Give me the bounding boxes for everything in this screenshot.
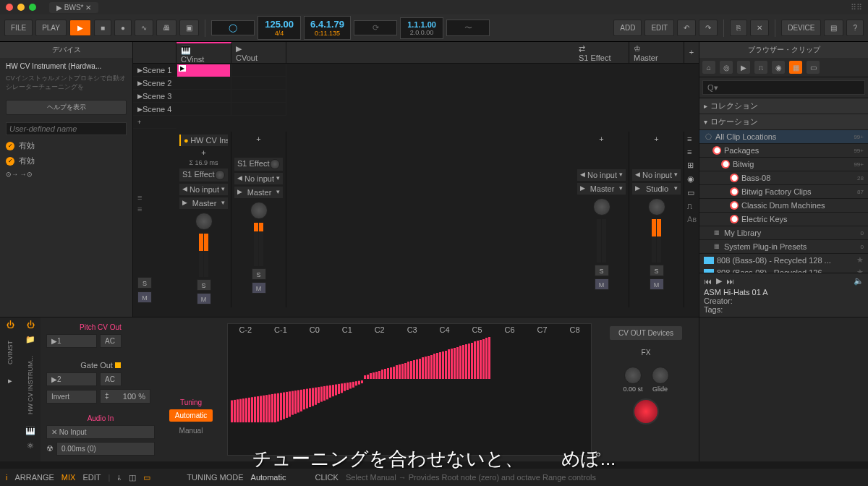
device-name[interactable]: HW CV Instrument (Hardwa... xyxy=(0,58,132,74)
output-row[interactable]: ▶ Master ▾ xyxy=(577,183,626,195)
punch-display[interactable]: ⟳ xyxy=(354,20,397,35)
cv-out-header[interactable]: CV OUT Devices xyxy=(610,326,682,340)
glide-knob[interactable] xyxy=(652,367,669,384)
browser-tab-home[interactable]: ⌂ xyxy=(702,61,715,74)
input-row[interactable]: ◀ No input ▾ xyxy=(179,184,228,195)
add-device-button[interactable]: + xyxy=(577,135,626,143)
clip-slot[interactable] xyxy=(231,103,286,115)
solo-button[interactable]: S xyxy=(650,265,664,276)
track-header-master[interactable]: ♔Master xyxy=(629,42,684,63)
panel-toggle-icon[interactable]: ▭ xyxy=(143,473,150,482)
semitone-knob[interactable] xyxy=(624,367,642,384)
gate-mode-dropdown[interactable]: AC xyxy=(100,372,122,386)
audio-input-dropdown[interactable]: ✕ No Input xyxy=(46,425,155,439)
view-toggle-icon[interactable]: Aв xyxy=(687,215,696,223)
radiation-icon[interactable]: ☢ xyxy=(46,444,54,453)
device-button[interactable]: DEVICE xyxy=(781,20,821,36)
file-item[interactable]: 808 (Bass-08) - Recycled 126 ...★ xyxy=(699,266,868,273)
position-display[interactable]: 6.4.1.790:11.135 xyxy=(304,16,351,40)
tree-section-location[interactable]: ▾ ロケーション xyxy=(699,114,868,130)
tree-item[interactable]: ◯All Clip Locations99+ xyxy=(699,130,868,144)
view-toggle-icon[interactable]: ◉ xyxy=(687,174,696,184)
tree-item[interactable]: ⬤Classic Drum Machines xyxy=(699,199,868,213)
send-row[interactable]: S1 Effect xyxy=(234,158,283,171)
close-dot[interactable] xyxy=(6,4,13,11)
clip-slot[interactable] xyxy=(231,64,286,76)
solo-button[interactable]: S xyxy=(137,277,152,289)
track-header-1[interactable]: 🎹CVinst xyxy=(176,42,231,63)
edit-tab[interactable]: EDIT xyxy=(82,473,101,482)
manual-tuning-button[interactable]: Manual xyxy=(174,425,209,437)
view-toggle-icon[interactable]: ▭ xyxy=(687,188,696,197)
scene-row[interactable]: ▶ Scene 3 xyxy=(133,90,176,103)
channel-label[interactable]: ● HW CV Instru... xyxy=(179,135,228,146)
browser-tab-files[interactable]: ▭ xyxy=(807,61,820,74)
clip-slot[interactable] xyxy=(176,103,231,115)
panel-toggle-icon[interactable]: ⫰ xyxy=(117,473,122,482)
play-label-button[interactable]: PLAY xyxy=(35,20,67,36)
solo-button[interactable]: S xyxy=(595,265,609,276)
send-row[interactable]: S1 Effect xyxy=(179,169,228,182)
delay-input[interactable]: 0.00ms (0) xyxy=(56,442,155,456)
tree-item[interactable]: ▦System Plug-in Presets0 xyxy=(699,240,868,254)
min-dot[interactable] xyxy=(17,4,25,11)
tree-section-collection[interactable]: ▸ コレクション xyxy=(699,98,868,114)
solo-button[interactable]: S xyxy=(252,268,266,280)
loop-toggle[interactable]: 〜 xyxy=(446,20,490,36)
mute-button[interactable]: M xyxy=(197,293,211,304)
pitch-mode-dropdown[interactable]: AC xyxy=(100,334,122,348)
keyboard-icon[interactable]: 🎹 xyxy=(25,426,35,435)
panel-toggle-icon[interactable]: ◫ xyxy=(129,473,136,482)
pitch-output-dropdown[interactable]: ▶1 xyxy=(46,334,97,348)
gate-output-dropdown[interactable]: ▶2 xyxy=(46,372,97,386)
info-icon[interactable]: i xyxy=(6,473,7,482)
clip-slot[interactable]: ▶ xyxy=(176,64,231,76)
browser-search-input[interactable] xyxy=(702,80,865,95)
add-device-button[interactable]: + xyxy=(179,148,228,157)
browser-tab-music[interactable]: ◉ xyxy=(772,61,785,74)
tree-item[interactable]: ⬤Packages99+ xyxy=(699,144,868,158)
preview-next-icon[interactable]: ⏭ xyxy=(726,277,734,286)
preview-vol-icon[interactable]: 🔈 xyxy=(854,276,864,286)
gate-pct-input[interactable]: ‡ 100 % xyxy=(100,389,150,404)
param-row-1[interactable]: ✓有効 xyxy=(0,138,132,153)
clip-slot[interactable] xyxy=(231,77,286,89)
input-row[interactable]: ◀ No input ▾ xyxy=(234,173,283,184)
max-dot[interactable] xyxy=(29,4,36,11)
output-row[interactable]: ▶ Studio ▾ xyxy=(632,183,681,195)
pan-knob[interactable] xyxy=(195,213,213,230)
auto-tuning-button[interactable]: Automatic xyxy=(169,409,213,422)
dashboard-button[interactable]: ▤ xyxy=(824,20,843,36)
clip-slot[interactable] xyxy=(176,90,231,102)
record-button[interactable]: ● xyxy=(114,20,132,36)
mute-button[interactable]: M xyxy=(252,282,266,294)
track-header-fx[interactable]: ⇄S1 Effect xyxy=(574,42,629,63)
add-device-button[interactable]: + xyxy=(632,135,681,143)
solo-button[interactable]: S xyxy=(197,279,211,291)
browser-tab-samples[interactable]: ⎍ xyxy=(754,61,767,74)
add-scene-button[interactable]: + xyxy=(133,116,176,129)
mute-button[interactable]: M xyxy=(650,278,664,290)
automation-button[interactable]: ∿ xyxy=(135,20,153,36)
user-name-input[interactable] xyxy=(6,122,127,135)
add-button[interactable]: ADD xyxy=(613,20,642,36)
tree-item[interactable]: ⬤Electric Keys xyxy=(699,213,868,226)
loop-display[interactable]: 1.1.1.002.0.0.00 xyxy=(400,17,443,39)
scene-row[interactable]: ▶ Scene 2 xyxy=(133,77,176,90)
pan-knob[interactable] xyxy=(648,198,665,216)
tree-item[interactable]: ▦My Library0 xyxy=(699,226,868,240)
input-row[interactable]: ◀ No input ▾ xyxy=(577,169,626,181)
power-icon[interactable]: ⏻ xyxy=(27,320,35,329)
browser-tab-clips[interactable]: ▦ xyxy=(789,61,802,74)
preview-play-icon[interactable]: ▶ xyxy=(716,276,722,286)
power-icon[interactable]: ⏻ xyxy=(7,320,14,329)
input-row[interactable]: ◀ No input ▾ xyxy=(632,169,681,181)
track-header-2[interactable]: ▶CVout xyxy=(231,42,286,63)
output-row[interactable]: ▶ Master ▾ xyxy=(234,187,283,198)
tuning-waveform[interactable]: C-2C-1C0C1C2C3C4C5C6C7C8 xyxy=(227,323,592,456)
document-tab[interactable]: ▶ BWS* ✕ xyxy=(49,2,98,13)
metronome-toggle[interactable]: ◯ xyxy=(211,20,255,35)
mix-tab[interactable]: MIX xyxy=(61,473,76,482)
undo-button[interactable]: ↶ xyxy=(677,20,696,36)
mute-button[interactable]: M xyxy=(137,291,152,303)
